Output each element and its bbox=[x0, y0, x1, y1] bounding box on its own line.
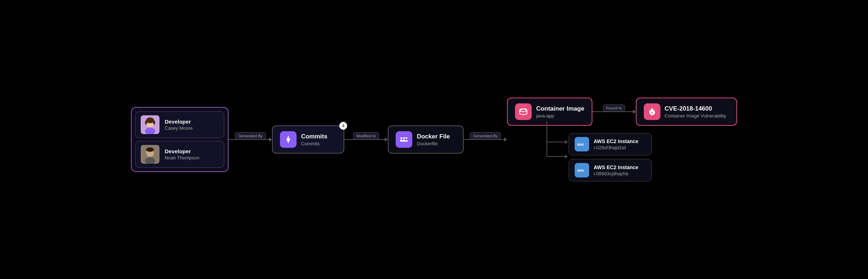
svg-point-18 bbox=[520, 109, 527, 112]
svg-marker-25 bbox=[565, 155, 568, 158]
top-row: Container Image java-app Found In bbox=[507, 98, 737, 126]
svg-text:aws: aws bbox=[577, 168, 584, 172]
dockerfile-label: Docker File bbox=[417, 133, 450, 140]
avatar-casey bbox=[141, 115, 159, 134]
instance-1[interactable]: aws AWS EC2 Instance i-029sf3hajd2af bbox=[569, 133, 652, 155]
cve-text: CVE-2018-14600 Container Image Vulnerabi… bbox=[665, 105, 726, 119]
instance-2-label: AWS EC2 Instance bbox=[593, 164, 638, 170]
svg-rect-15 bbox=[405, 137, 407, 139]
docker-icon bbox=[396, 131, 412, 148]
instance-2-text: AWS EC2 Instance i-089d3cjdhajrhb bbox=[593, 164, 638, 176]
commits-icon bbox=[280, 131, 297, 148]
connector-found-in: Found In bbox=[592, 110, 636, 114]
cve-sublabel: Container Image Vulnerability bbox=[665, 113, 726, 119]
svg-text:aws: aws bbox=[577, 142, 584, 146]
cve-label: CVE-2018-14600 bbox=[665, 105, 726, 112]
svg-point-4 bbox=[145, 120, 147, 125]
connector-label-modified-in: Modified In bbox=[353, 132, 379, 140]
svg-rect-14 bbox=[403, 137, 405, 139]
right-section: Container Image java-app Found In bbox=[507, 98, 737, 181]
container-node[interactable]: Container Image java-app bbox=[507, 98, 592, 126]
instance-1-sublabel: i-029sf3hajd2af bbox=[593, 145, 638, 150]
svg-point-9 bbox=[146, 147, 154, 152]
commits-node[interactable]: 4 Commits Commits bbox=[272, 125, 344, 154]
svg-point-3 bbox=[146, 117, 154, 123]
arrow-modified-in bbox=[385, 137, 388, 142]
connector-label-gen-by-2: Generated By bbox=[470, 132, 501, 140]
arrow-gen-by-1 bbox=[269, 137, 272, 142]
container-text: Container Image java-app bbox=[536, 105, 584, 119]
developer-casey[interactable]: Developer Casey Moore bbox=[135, 111, 224, 138]
developer-group: Developer Casey Moore bbox=[131, 107, 229, 172]
container-icon bbox=[515, 103, 532, 120]
commits-badge: 4 bbox=[339, 122, 347, 130]
arrow-gen-by-2 bbox=[504, 137, 507, 142]
commits-sublabel: Commits bbox=[301, 141, 327, 146]
container-sublabel: java-app bbox=[536, 113, 584, 119]
dockerfile-text: Docker File Dockerfile bbox=[417, 133, 450, 146]
connector-gen-by-1: Generated By bbox=[229, 137, 272, 142]
developer-noah[interactable]: Developer Noah Thompson bbox=[135, 141, 224, 168]
instance-list: aws AWS EC2 Instance i-029sf3hajd2af aws bbox=[569, 133, 652, 181]
dev-title-casey: Developer bbox=[165, 119, 192, 125]
cve-icon bbox=[644, 103, 660, 120]
commits-label: Commits bbox=[301, 133, 327, 140]
svg-point-10 bbox=[286, 138, 290, 141]
connector-label-gen-by-1: Generated By bbox=[235, 132, 266, 140]
instance-2[interactable]: aws AWS EC2 Instance i-089d3cjdhajrhb bbox=[569, 159, 652, 181]
instance-2-sublabel: i-089d3cjdhajrhb bbox=[593, 171, 638, 176]
dev-info-noah: Developer Noah Thompson bbox=[165, 148, 199, 160]
container-label: Container Image bbox=[536, 105, 584, 112]
instance-1-label: AWS EC2 Instance bbox=[593, 138, 638, 144]
canvas: Developer Casey Moore bbox=[0, 0, 868, 279]
dockerfile-sublabel: Dockerfile bbox=[417, 141, 450, 146]
avatar-noah bbox=[141, 145, 159, 164]
dockerfile-node[interactable]: Docker File Dockerfile bbox=[388, 125, 464, 154]
commits-text: Commits Commits bbox=[301, 133, 327, 146]
dev-info-casey: Developer Casey Moore bbox=[165, 119, 192, 131]
connector-modified-in: Modified In bbox=[344, 137, 388, 142]
aws-icon-1: aws bbox=[575, 137, 589, 151]
flow-container: Developer Casey Moore bbox=[131, 98, 737, 181]
cve-node[interactable]: CVE-2018-14600 Container Image Vulnerabi… bbox=[636, 98, 737, 126]
aws-icon-2: aws bbox=[575, 163, 589, 177]
svg-marker-22 bbox=[565, 140, 568, 144]
instance-1-text: AWS EC2 Instance i-029sf3hajd2af bbox=[593, 138, 638, 150]
svg-rect-13 bbox=[400, 137, 402, 139]
dev-name-casey: Casey Moore bbox=[165, 125, 192, 131]
connector-label-found-in: Found In bbox=[603, 104, 625, 112]
connector-gen-by-2: Generated By bbox=[464, 137, 507, 142]
dev-title-noah: Developer bbox=[165, 148, 199, 154]
dev-name-noah: Noah Thompson bbox=[165, 155, 199, 160]
svg-point-5 bbox=[153, 120, 155, 125]
arrow-found-in bbox=[633, 110, 636, 114]
